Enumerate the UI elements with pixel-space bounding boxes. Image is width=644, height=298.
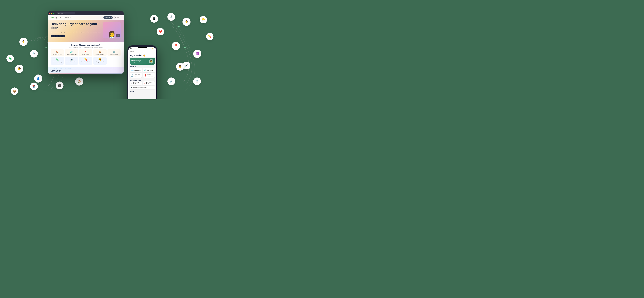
antibody-icon: 🔬 (131, 74, 134, 77)
signin-button[interactable]: SIGN IN (114, 16, 121, 19)
covid-rapid-test[interactable]: 🧫 Rapid Test (130, 68, 142, 72)
phone-header-title: Home (130, 51, 134, 52)
corporate-icon: 🏢 (108, 50, 120, 53)
service-at-home-pcr[interactable]: 🏠 At-Home PCR Tests (51, 49, 64, 56)
deco-circle-heart: ❤️ (157, 28, 164, 35)
general-questions-label: General Questions (148, 74, 154, 77)
deco-circle-search: 🔍 (30, 50, 38, 57)
prescription-phone-label: Prescription Refill (146, 82, 154, 84)
service-dropbox[interactable]: 📦 Dropbox Locations (93, 49, 106, 56)
covid-antibody-test[interactable]: 🔬 Antibody Test (130, 73, 142, 78)
deco-circle-person: 👤 (34, 74, 42, 82)
dropbox-label: Dropbox Locations (96, 54, 104, 55)
deco-circle-house: 🏠 (75, 77, 83, 85)
cough-cold-phone-icon: 🤧 (131, 83, 132, 84)
deco-circle-phone: 📱 (150, 15, 158, 23)
nav-links: ABOUT SERVICES ▾ (60, 17, 73, 18)
laptop-toolbar: sick.org (48, 11, 124, 15)
general-services: 🤧 Cough and Cold 💊 Prescription Refill 💻… (128, 81, 156, 89)
deco-circle-microscope: 🔬 (168, 13, 175, 21)
service-prescription[interactable]: 💊 Prescription Refills (79, 57, 92, 65)
site-nav: Sick.org ABOUT SERVICES ▾ CONCIERGE SIGN… (48, 15, 124, 20)
deco-circle-pin: 📍 (172, 42, 180, 50)
covid-grid: 🧫 Rapid Test 🧪 PCR Test 🔬 Antibody Test … (128, 68, 156, 78)
cough-cold-icon: 🤧 (94, 58, 106, 61)
rapid-test-icon: 🧫 (131, 69, 134, 71)
nav-about[interactable]: ABOUT (60, 17, 64, 18)
services-grid: 🏠 At-Home PCR Tests 🧪 At-Home Rapid Test… (51, 49, 121, 65)
deco-circle-nurse: 👩‍⚕️ (182, 18, 190, 26)
hero-subtitle: We make it easy to get urgent care at ho… (51, 31, 101, 33)
onsite-icon: 📍 (80, 50, 92, 53)
services-section: How can Sick.org help you today? Select … (48, 42, 124, 67)
cough-cold-phone-label: Cough and Cold (133, 82, 141, 84)
window-minimize[interactable] (51, 13, 52, 14)
services-subtitle: Select a service from below and get an u… (51, 47, 121, 48)
phone-status-icons: 📶🔋 (152, 48, 154, 49)
general-questions-icon: ❓ (144, 74, 146, 77)
services-title: How can Sick.org help you today? (51, 44, 121, 46)
phone-cough-cold[interactable]: 🤧 Cough and Cold (130, 81, 142, 85)
telemedicine-icon: 💻 (66, 58, 78, 61)
pcr-test-label: PCR Test (148, 70, 153, 71)
telemedicine-phone-label: General Telemedicine Visit (133, 87, 146, 88)
hero-title: Delivering urgent care to your door (51, 22, 101, 30)
window-maximize[interactable] (53, 13, 54, 14)
service-long-covid[interactable]: 🦠 Treatments for Long COVID (51, 57, 64, 65)
corporate-label: Corporate Testing (110, 54, 118, 55)
phone-telemedicine[interactable]: 💻 General Telemedicine Visit (130, 86, 155, 89)
rapid-test-label: Rapid Test (134, 70, 140, 71)
prescription-phone-icon: 💊 (144, 83, 145, 84)
covid-pcr-test[interactable]: 🧪 PCR Test (143, 68, 155, 72)
concierge-label: 24/7 Concierge (131, 60, 146, 61)
site-logo: Sick.org (51, 17, 57, 18)
at-home-pcr-icon: 🏠 (51, 50, 63, 53)
cough-cold-label: Cough and Cold (96, 61, 104, 62)
service-onsite[interactable]: 📍 Onsite Testing (79, 49, 92, 56)
concierge-avatar: 👩 (149, 59, 154, 63)
long-covid-label: Treatments for Long COVID (52, 61, 62, 63)
bottom-section: AT HOME COVID-19 TESTING Start your (48, 67, 124, 73)
others-section: Others (128, 90, 156, 92)
deco-circle-box: 📦 (11, 87, 18, 95)
at-home-pcr-label: At-Home PCR Tests (52, 54, 62, 55)
covid-general-questions[interactable]: ❓ General Questions (143, 73, 155, 78)
deco-circle-clipboard: 📋 (193, 77, 201, 85)
service-row-1: 🤧 Cough and Cold 💊 Prescription Refill (130, 81, 155, 85)
deco-circle-book: 📚 (30, 82, 38, 90)
at-home-rapid-label: At-Home Rapid Tests (67, 54, 76, 55)
phone-nav-header: Home (128, 50, 156, 53)
hero-section: Delivering urgent care to your door We m… (48, 20, 124, 41)
service-cough-cold[interactable]: 🤧 Cough and Cold (93, 57, 106, 65)
service-row-2: 💻 General Telemedicine Visit (130, 86, 155, 89)
concierge-sub: Get support & recommendation (131, 61, 146, 63)
hero-text: Delivering urgent care to your door We m… (51, 22, 101, 38)
deco-circle-pill: 💊 (206, 33, 214, 40)
deco-circle-blood: 💉 (168, 77, 175, 85)
phone-prescription[interactable]: 💊 Prescription Refill (143, 81, 155, 85)
telemedicine-phone-icon: 💻 (131, 87, 132, 88)
concierge-card[interactable]: 24/7 Concierge Get support & recommendat… (130, 58, 155, 65)
service-telemedicine[interactable]: 💻 General Telemedicine Visit (65, 57, 78, 65)
phone-time: 9:41 (130, 48, 132, 49)
url-bar[interactable]: sick.org (57, 12, 75, 14)
deco-circle-doctor: 👨‍⚕️ (20, 38, 28, 46)
bottom-title: Start your (51, 70, 121, 72)
prescription-label: Prescription Refills (82, 61, 90, 62)
greeting-text: Hi, Abdullah 👋 (130, 54, 154, 57)
hero-image: 👩‍⚕️ 📹 (103, 22, 121, 38)
long-covid-icon: 🦠 (51, 58, 63, 61)
schedule-visit-button[interactable]: SCHEDULE A VISIT (51, 34, 65, 37)
nav-services[interactable]: SERVICES (65, 17, 71, 18)
telemedicine-label: General Telemedicine Visit (66, 61, 76, 63)
deco-circle-atom: ⚛️ (193, 50, 202, 58)
deco-circle-virus: 🦠 (6, 55, 14, 62)
window-close[interactable] (49, 13, 50, 14)
concierge-button[interactable]: CONCIERGE (104, 16, 113, 19)
service-at-home-rapid[interactable]: 🧪 At-Home Rapid Tests (65, 49, 78, 56)
onsite-label: Onsite Testing (82, 54, 89, 55)
phone-greeting: Hi, Abdullah 👋 (128, 53, 156, 57)
pcr-test-icon: 🧪 (144, 69, 146, 71)
deco-circle-woman: 👩 (176, 63, 184, 71)
service-corporate[interactable]: 🏢 Corporate Testing (108, 49, 121, 56)
